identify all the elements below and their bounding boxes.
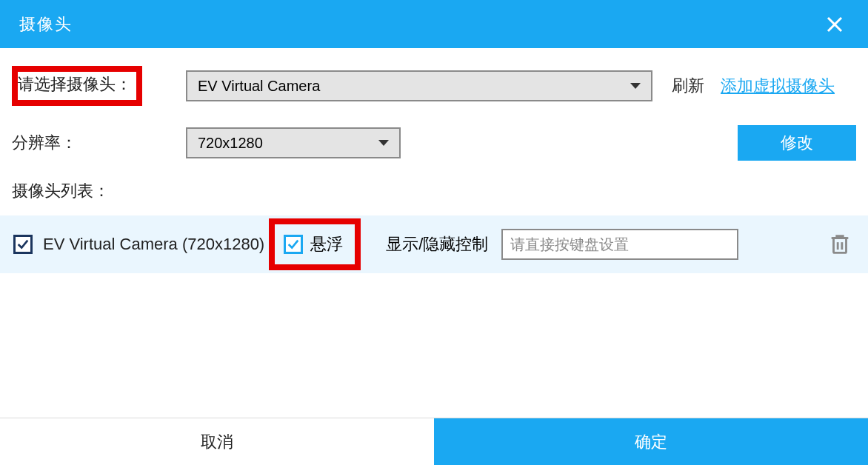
- camera-item-name: EV Virtual Camera (720x1280): [43, 235, 264, 254]
- content-area: 请选择摄像头： EV Virtual Camera 刷新 添加虚拟摄像头 分辨率…: [0, 48, 868, 273]
- chevron-down-icon: [630, 83, 641, 89]
- camera-dropdown[interactable]: EV Virtual Camera: [186, 70, 652, 101]
- check-icon: [16, 238, 30, 251]
- close-button[interactable]: [821, 10, 849, 39]
- refresh-button[interactable]: 刷新: [672, 75, 704, 97]
- cancel-button[interactable]: 取消: [0, 418, 434, 465]
- check-icon: [287, 238, 300, 251]
- row-select-camera: 请选择摄像头： EV Virtual Camera 刷新 添加虚拟摄像头: [12, 66, 856, 106]
- float-highlight-box: 悬浮: [269, 218, 361, 270]
- camera-dropdown-value: EV Virtual Camera: [198, 78, 320, 95]
- delete-button[interactable]: [825, 230, 855, 259]
- camera-enable-checkbox[interactable]: [13, 235, 33, 254]
- resolution-dropdown[interactable]: 720x1280: [186, 127, 401, 158]
- label-col: 请选择摄像头：: [12, 66, 186, 106]
- row-resolution: 分辨率： 720x1280 修改: [12, 125, 856, 161]
- select-camera-label: 请选择摄像头：: [12, 66, 142, 106]
- camera-list-label: 摄像头列表：: [12, 180, 856, 202]
- ok-button[interactable]: 确定: [434, 418, 868, 465]
- shortcut-key-input[interactable]: [501, 229, 738, 260]
- float-checkbox[interactable]: [284, 235, 303, 254]
- svg-rect-2: [834, 238, 847, 253]
- trash-icon: [827, 232, 852, 257]
- resolution-dropdown-value: 720x1280: [198, 135, 263, 152]
- window-title: 摄像头: [19, 13, 73, 36]
- modify-button[interactable]: 修改: [738, 125, 856, 161]
- show-hide-control-label: 显示/隐藏控制: [386, 233, 488, 255]
- camera-list-item: EV Virtual Camera (720x1280) 悬浮 显示/隐藏控制: [0, 215, 868, 273]
- footer: 取消 确定: [0, 418, 868, 465]
- titlebar: 摄像头: [0, 0, 868, 48]
- float-label: 悬浮: [310, 233, 343, 255]
- add-virtual-camera-link[interactable]: 添加虚拟摄像头: [721, 75, 835, 97]
- close-icon: [826, 16, 844, 33]
- chevron-down-icon: [378, 140, 389, 146]
- resolution-label: 分辨率：: [12, 132, 186, 154]
